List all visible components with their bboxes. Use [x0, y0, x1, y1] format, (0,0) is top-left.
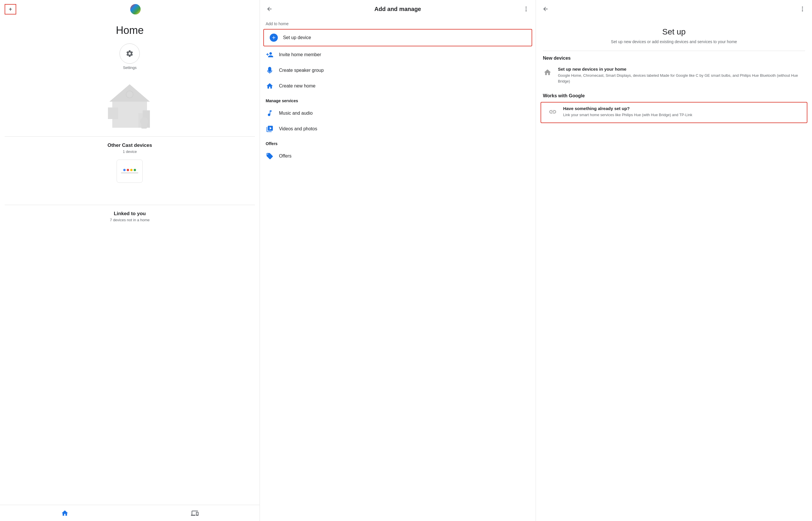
right-more-icon	[799, 6, 806, 12]
add-to-home-label: Add to home	[260, 18, 535, 28]
right-back-button[interactable]	[541, 4, 550, 14]
music-audio-label: Music and audio	[279, 111, 313, 116]
bottom-nav	[0, 505, 260, 521]
svg-point-2	[126, 91, 133, 98]
offers-item[interactable]: Offers	[260, 148, 535, 164]
setup-device-item[interactable]: Set up device	[264, 29, 532, 46]
works-with-row: Have something already set up? Link your…	[541, 102, 807, 123]
middle-content: Add to home Set up device	[260, 18, 535, 521]
device-dots	[123, 169, 136, 171]
add-button[interactable]: +	[5, 4, 16, 15]
dot-yellow	[130, 169, 133, 171]
linked-section: Linked to you 7 devices not in a home	[5, 207, 255, 222]
works-with-item[interactable]: Have something already set up? Link your…	[541, 103, 807, 122]
svg-point-11	[802, 7, 803, 8]
speaker-group-icon	[266, 67, 273, 74]
back-icon	[266, 6, 272, 12]
setup-device-row: Set up device	[263, 29, 532, 46]
invite-member-label: Invite home member	[279, 52, 321, 57]
svg-point-8	[526, 7, 527, 8]
svg-point-12	[802, 8, 803, 9]
works-with-title: Have something already set up?	[563, 106, 692, 111]
settings-label: Settings	[123, 65, 137, 70]
video-icon	[266, 125, 274, 133]
nav-devices[interactable]	[129, 505, 259, 521]
right-back-icon	[542, 6, 549, 12]
works-with-heading: Works with Google	[536, 89, 812, 101]
new-devices-text: Set up new devices in your home Google H…	[558, 67, 805, 84]
svg-rect-3	[108, 108, 118, 119]
new-devices-item[interactable]: Set up new devices in your home Google H…	[536, 63, 812, 89]
left-panel: + Home Settings	[0, 0, 260, 521]
setup-device-label: Set up device	[283, 35, 311, 40]
other-cast-heading: Other Cast devices	[5, 139, 255, 150]
more-vert-icon	[523, 6, 529, 12]
svg-point-13	[802, 10, 803, 12]
offers-heading: Offers	[260, 137, 535, 148]
offers-icon	[266, 152, 274, 160]
divider-2	[5, 205, 255, 205]
setup-device-icon	[270, 33, 278, 42]
create-speaker-item[interactable]: Create speaker group	[260, 63, 535, 78]
middle-topbar: Add and manage	[260, 0, 535, 18]
link-icon	[549, 108, 557, 116]
invite-icon	[266, 51, 274, 59]
divider-1	[5, 136, 255, 137]
music-audio-item[interactable]: Music and audio	[260, 106, 535, 121]
house-svg	[101, 78, 159, 131]
cast-device-card-wrapper	[5, 157, 255, 185]
device-base	[121, 172, 138, 174]
plus-icon	[271, 35, 277, 40]
home-icon	[266, 82, 274, 90]
svg-point-9	[526, 8, 527, 9]
middle-menu-button[interactable]	[521, 4, 531, 14]
nav-home[interactable]	[0, 505, 129, 521]
settings-section: Settings	[5, 43, 255, 75]
add-circle-icon	[270, 33, 278, 42]
videos-photos-item[interactable]: Videos and photos	[260, 121, 535, 137]
invite-member-item[interactable]: Invite home member	[260, 47, 535, 63]
tag-icon	[266, 152, 273, 160]
settings-button[interactable]	[120, 43, 140, 64]
person-add-icon	[266, 51, 273, 59]
other-cast-section: Other Cast devices 1 device	[5, 139, 255, 185]
spacer	[5, 185, 255, 202]
create-home-label: Create new home	[279, 84, 315, 89]
middle-title: Add and manage	[274, 6, 521, 13]
link-icon-wrap	[548, 107, 557, 116]
avatar[interactable]	[130, 4, 141, 15]
works-with-text: Have something already set up? Link your…	[563, 106, 692, 118]
devices-nav-icon	[191, 509, 198, 517]
right-menu-button[interactable]	[797, 4, 807, 14]
left-content: Home Settings	[0, 19, 260, 505]
dot-green	[134, 169, 136, 171]
home-nav-icon	[61, 509, 69, 517]
linked-heading: Linked to you	[5, 207, 255, 218]
music-note-icon	[266, 110, 273, 117]
new-devices-icon	[543, 68, 552, 77]
svg-point-10	[526, 10, 527, 12]
cast-device-card[interactable]	[117, 160, 143, 183]
create-home-item[interactable]: Create new home	[260, 78, 535, 94]
videos-photos-label: Videos and photos	[279, 126, 317, 132]
manage-services-heading: Manage services	[260, 94, 535, 106]
new-devices-title: Set up new devices in your home	[558, 67, 805, 71]
gear-icon	[126, 49, 134, 58]
new-devices-desc: Google Home, Chromecast, Smart Displays,…	[558, 73, 805, 84]
create-speaker-label: Create speaker group	[279, 68, 324, 73]
setup-subtitle: Set up new devices or add existing devic…	[536, 39, 812, 51]
middle-panel: Add and manage Add to home Set up device	[260, 0, 536, 521]
works-with-desc: Link your smart home services like Phili…	[563, 112, 692, 118]
home-title: Home	[5, 19, 255, 43]
dot-red	[127, 169, 129, 171]
speaker-icon	[266, 67, 274, 74]
other-cast-subtitle: 1 device	[5, 150, 255, 154]
house-illustration	[5, 78, 255, 131]
left-topbar: +	[0, 0, 260, 19]
right-panel: Set up Set up new devices or add existin…	[536, 0, 812, 521]
middle-back-button[interactable]	[264, 4, 274, 14]
dot-blue	[123, 169, 126, 171]
offers-label: Offers	[279, 154, 291, 159]
home-icon	[266, 82, 273, 90]
setup-title: Set up	[536, 18, 812, 39]
